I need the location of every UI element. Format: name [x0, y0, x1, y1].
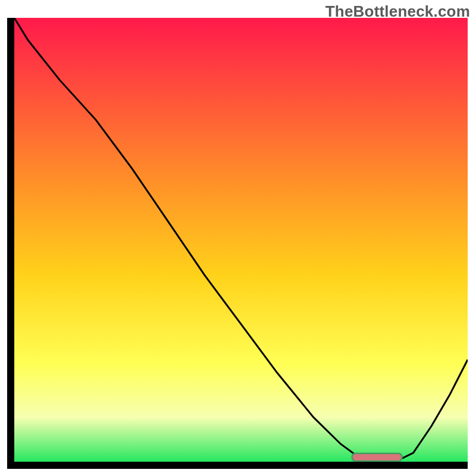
optimal-marker — [352, 453, 402, 461]
gradient-background — [14, 18, 468, 462]
chart-stage: TheBottleneck.com — [0, 0, 476, 476]
watermark-text: TheBottleneck.com — [325, 2, 470, 21]
plot-area — [14, 18, 468, 462]
bottleneck-chart — [0, 0, 476, 476]
